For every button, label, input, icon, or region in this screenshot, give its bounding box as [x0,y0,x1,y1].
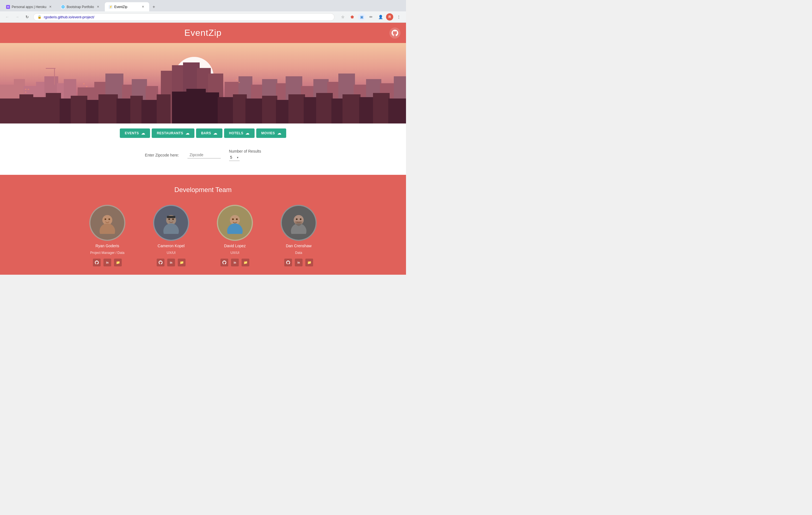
restaurants-label: RESTAURANTS [157,131,183,135]
profile-icon[interactable]: R [386,13,393,21]
dan-github-icon[interactable] [284,259,292,266]
bootstrap-favicon: 🌐 [61,5,65,9]
new-tab-button[interactable]: + [150,3,158,11]
team-members: Ryan Goderis Project Manager / Data in 📁 [5,205,401,266]
member-name-ryan: Ryan Goderis [95,244,119,248]
svg-point-76 [168,218,170,220]
account-icon[interactable]: 👤 [377,13,384,21]
david-portfolio-icon[interactable]: 📁 [241,259,249,266]
svg-rect-59 [343,94,360,124]
svg-rect-65 [25,91,26,93]
menu-icon[interactable]: ⋮ [395,13,403,21]
svg-rect-39 [60,99,72,124]
tab-heroku[interactable]: H Personal apps | Heroku ✕ [2,2,57,11]
svg-rect-49 [204,92,219,124]
david-github-icon[interactable] [221,259,228,266]
results-select[interactable]: 5 10 15 20 [229,154,240,161]
svg-rect-67 [86,86,87,87]
cameron-github-icon[interactable] [157,259,165,266]
search-section: Enter Zipcode here: Number of Results 5 … [0,141,406,175]
svg-rect-57 [316,93,333,124]
avatar-ryan [89,205,125,241]
svg-rect-46 [157,94,171,124]
city-skyline-svg [0,43,406,124]
ryan-portfolio-icon[interactable]: 📁 [114,259,122,266]
back-button[interactable]: ← [3,13,11,21]
svg-rect-47 [172,91,188,124]
svg-rect-44 [130,96,143,124]
pen-icon[interactable]: ✏ [367,13,375,21]
team-member-dan: Dan Crenshaw Data in 📁 [281,205,317,266]
svg-point-85 [296,218,297,220]
team-member-david: David Lopez UX/UI in 📁 [217,205,253,266]
tab-heroku-close[interactable]: ✕ [48,4,53,9]
david-linkedin-icon[interactable]: in [231,259,239,266]
address-bar[interactable]: 🔒 rgoderis.github.io/event-project/ [33,13,335,21]
toolbar-icons: ☆ ⬟ ▣ ✏ 👤 R ⋮ [339,13,403,21]
nav-restaurants-button[interactable]: RESTAURANTS ☁ [152,129,195,138]
forward-button[interactable]: → [13,13,21,21]
svg-rect-48 [186,89,206,124]
zipcode-input[interactable] [187,152,221,158]
nav-movies-button[interactable]: MOVIES ☁ [256,129,286,138]
hotels-label: HOTELS [229,131,243,135]
cameron-portfolio-icon[interactable]: 📁 [178,259,185,266]
dan-linkedin-icon[interactable]: in [295,259,302,266]
extensions-icon[interactable]: ⬟ [348,13,356,21]
movies-label: MOVIES [261,131,275,135]
tab-bootstrap[interactable]: 🌐 Bootstrap Portfolio ✕ [57,2,104,11]
member-icons-dan: in 📁 [284,259,313,266]
bars-label: BARS [201,131,211,135]
ryan-linkedin-icon[interactable]: in [104,259,111,266]
dan-portfolio-icon[interactable]: 📁 [305,259,313,266]
svg-point-81 [232,218,234,220]
events-cloud-icon: ☁ [141,131,145,135]
svg-rect-55 [288,94,305,124]
refresh-button[interactable]: ↻ [23,13,31,21]
cameron-linkedin-icon[interactable]: in [167,259,175,266]
svg-rect-64 [28,89,29,90]
tab-bootstrap-label: Bootstrap Portfolio [66,5,94,9]
svg-rect-40 [71,96,87,124]
avatar-david [217,205,253,241]
results-select-container: 5 10 15 20 [229,154,240,161]
svg-rect-62 [388,99,406,124]
movies-cloud-icon: ☁ [277,131,282,135]
svg-rect-38 [46,93,61,124]
results-select-wrapper: Number of Results 5 10 15 20 [229,149,261,161]
svg-rect-35 [0,99,22,124]
results-label: Number of Results [229,149,261,154]
svg-rect-66 [83,83,85,84]
ryan-github-icon[interactable] [93,259,101,266]
tab-eventzip-label: EventZip [114,5,139,9]
svg-rect-50 [218,97,234,124]
hero-section [0,43,406,124]
lock-icon: 🔒 [37,15,41,19]
member-name-david: David Lopez [224,244,246,248]
svg-rect-61 [373,93,389,124]
tab-bootstrap-close[interactable]: ✕ [96,4,100,9]
svg-rect-68 [236,79,237,80]
cast-icon[interactable]: ▣ [358,13,366,21]
address-text: rgoderis.github.io/event-project/ [44,15,330,19]
bookmark-icon[interactable]: ☆ [339,13,347,21]
github-header-button[interactable] [389,27,401,38]
dev-team-section: Development Team Ryan Goderis Project Ma… [0,175,406,275]
member-name-cameron: Cameron Kopel [157,244,184,248]
github-icon [392,30,398,36]
svg-rect-9 [46,68,55,69]
nav-hotels-button[interactable]: HOTELS ☁ [224,129,255,138]
restaurants-cloud-icon: ☁ [185,131,190,135]
svg-rect-41 [86,100,100,124]
svg-point-73 [109,218,110,220]
svg-rect-69 [238,82,240,83]
nav-events-button[interactable]: EVENTS ☁ [120,129,150,138]
nav-bars-button[interactable]: BARS ☁ [196,129,223,138]
svg-rect-78 [167,216,175,218]
svg-point-77 [172,218,174,220]
eventzip-favicon: ⚡ [109,5,113,9]
tab-eventzip[interactable]: ⚡ EventZip ✕ [105,2,149,11]
svg-rect-54 [276,100,290,124]
tab-eventzip-close[interactable]: ✕ [141,4,145,9]
bars-cloud-icon: ☁ [213,131,218,135]
